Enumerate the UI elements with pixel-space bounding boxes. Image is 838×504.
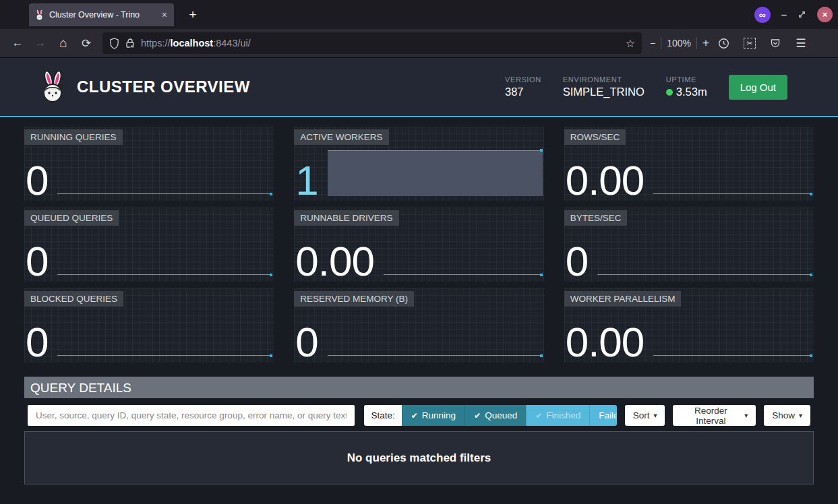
stat-value: 0 — [26, 323, 48, 361]
state-button-label: Finished — [546, 410, 580, 420]
state-button-running[interactable]: ✔ Running — [402, 405, 465, 426]
bookmark-star-icon[interactable]: ☆ — [626, 37, 635, 50]
url-text[interactable]: https://localhost:8443/ui/ — [141, 38, 620, 49]
state-button-label: Running — [422, 410, 456, 420]
state-button-failed-dropdown[interactable]: Failed ▾ — [589, 405, 616, 426]
version-value: 387 — [505, 86, 541, 98]
lock-warning-icon[interactable] — [125, 38, 136, 49]
stat-value: 0 — [26, 242, 48, 280]
pocket-icon[interactable] — [765, 33, 786, 53]
separator — [661, 37, 661, 49]
environment-block: ENVIRONMENT SIMPLE_TRINO — [563, 75, 645, 98]
caret-down-icon: ▾ — [799, 412, 802, 419]
browser-tab[interactable]: Cluster Overview - Trino × — [29, 3, 174, 26]
stat-value: 0 — [566, 242, 588, 280]
sparkline — [384, 225, 543, 280]
browser-tab-bar: Cluster Overview - Trino × + ∞ – × — [0, 0, 838, 29]
check-icon: ✔ — [474, 411, 481, 420]
history-clock-icon[interactable] — [713, 33, 735, 53]
stat-value: 0 — [295, 323, 318, 361]
stat-value: 0.00 — [566, 161, 645, 199]
query-details-section: QUERY DETAILS State: ✔ Running ✔ Queued … — [24, 377, 814, 484]
state-button-label: Failed — [599, 410, 616, 420]
state-label: State: — [364, 405, 401, 426]
scissors-icon: ✂ — [746, 39, 752, 48]
trino-favicon — [34, 9, 44, 21]
sort-label: Sort — [633, 410, 650, 420]
state-button-queued[interactable]: ✔ Queued — [465, 405, 526, 426]
stat-label: RUNNING QUERIES — [24, 129, 123, 145]
stat-label: ROWS/SEC — [564, 129, 626, 145]
private-browsing-icon: ∞ — [754, 7, 771, 23]
url-host: localhost — [171, 38, 214, 49]
stat-value: 0.00 — [295, 242, 374, 280]
screenshot-icon[interactable]: ✂ — [739, 33, 760, 53]
sparkline — [57, 144, 272, 199]
stat-label: RESERVED MEMORY (B) — [294, 291, 414, 307]
window-minimize-button[interactable]: – — [781, 9, 787, 20]
query-search-input[interactable] — [28, 405, 355, 426]
state-filter-group: State: ✔ Running ✔ Queued ✔ Finished Fai… — [364, 405, 616, 426]
caret-down-icon: ▾ — [653, 412, 657, 419]
stat-value: 0.00 — [566, 323, 645, 361]
stat-tile-runnable-drivers: RUNNABLE DRIVERS 0.00 — [294, 208, 543, 282]
version-block: VERSION 387 — [505, 75, 541, 98]
uptime-block: UPTIME 3.53m — [666, 75, 707, 98]
zoom-out-icon[interactable]: − — [650, 38, 655, 49]
query-filters-row: State: ✔ Running ✔ Queued ✔ Finished Fai… — [24, 405, 814, 426]
forward-icon[interactable]: → — [30, 33, 51, 53]
stat-tile-running-queries: RUNNING QUERIES 0 — [24, 127, 274, 201]
check-icon: ✔ — [411, 411, 418, 420]
url-bar[interactable]: https://localhost:8443/ui/ ☆ — [102, 32, 642, 54]
sparkline — [57, 225, 272, 280]
stat-label: WORKER PARALLELISM — [564, 291, 682, 307]
logout-button[interactable]: Log Out — [729, 75, 787, 100]
trino-logo — [39, 70, 66, 104]
stat-tile-bytes-sec: BYTES/SEC 0 — [564, 208, 814, 282]
tab-title: Cluster Overview - Trino — [49, 10, 156, 20]
status-dot — [666, 89, 673, 96]
stat-tile-rows-sec: ROWS/SEC 0.00 — [564, 127, 814, 201]
state-button-finished[interactable]: ✔ Finished — [526, 405, 589, 426]
stat-tile-reserved-memory: RESERVED MEMORY (B) 0 — [294, 288, 543, 363]
stat-tile-worker-parallelism: WORKER PARALLELISM 0.00 — [564, 288, 814, 363]
sort-dropdown[interactable]: Sort ▾ — [625, 405, 665, 426]
window-restore-button[interactable] — [798, 10, 806, 19]
uptime-label: UPTIME — [666, 75, 707, 84]
stat-label: ACTIVE WORKERS — [294, 129, 388, 145]
environment-value: SIMPLE_TRINO — [563, 86, 645, 98]
reload-icon[interactable]: ⟳ — [76, 33, 97, 53]
window-close-button[interactable]: × — [817, 7, 833, 22]
stat-label: BLOCKED QUERIES — [24, 291, 123, 307]
show-label: Show — [772, 410, 795, 420]
cluster-header: CLUSTER OVERVIEW VERSION 387 ENVIRONMENT… — [0, 58, 838, 117]
home-icon[interactable]: ⌂ — [53, 33, 74, 53]
tab-close-icon[interactable]: × — [160, 9, 169, 20]
zoom-in-icon[interactable]: + — [702, 36, 709, 50]
sparkline — [653, 144, 812, 199]
new-tab-button[interactable]: + — [183, 5, 202, 24]
caret-down-icon: ▾ — [744, 412, 748, 419]
state-button-label: Queued — [485, 410, 517, 420]
sparkline — [57, 306, 272, 361]
stat-tile-queued-queries: QUEUED QUERIES 0 — [24, 208, 274, 282]
separator — [696, 37, 697, 49]
url-path: :8443/ui/ — [213, 38, 251, 49]
sparkline — [328, 306, 543, 361]
check-icon: ✔ — [535, 411, 542, 420]
reorder-interval-dropdown[interactable]: Reorder Interval ▾ — [673, 405, 756, 426]
sparkline — [328, 144, 543, 199]
url-protocol: https:// — [141, 38, 171, 49]
stat-tile-blocked-queries: BLOCKED QUERIES 0 — [24, 288, 274, 363]
back-icon[interactable]: ← — [7, 33, 28, 53]
stat-label: QUEUED QUERIES — [24, 210, 119, 226]
query-details-title: QUERY DETAILS — [24, 377, 814, 398]
stat-value: 1 — [295, 161, 318, 199]
empty-message: No queries matched filters — [347, 451, 491, 465]
zoom-level[interactable]: 100% — [667, 38, 691, 49]
menu-hamburger-icon[interactable]: ☰ — [790, 33, 812, 53]
show-dropdown[interactable]: Show ▾ — [764, 405, 810, 426]
sparkline — [653, 306, 812, 361]
uptime-value: 3.53m — [676, 86, 707, 98]
tracking-shield-icon[interactable] — [109, 38, 119, 49]
